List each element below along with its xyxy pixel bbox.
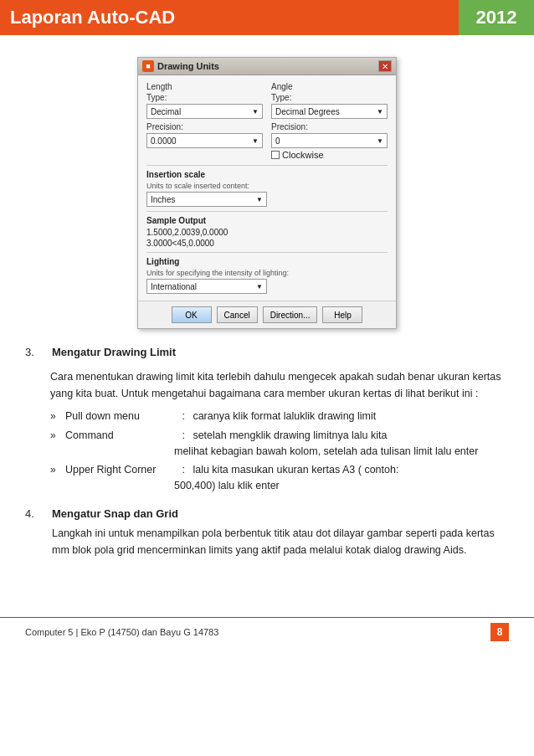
section-4: 4. Mengatur Snap dan Grid Langkah ini un… (25, 507, 509, 565)
bullet-1-label: Pull down menu (65, 409, 174, 424)
bullet-1-desc: caranya klik format laluklik drawing lim… (193, 409, 509, 424)
header-year: 2012 (459, 0, 534, 35)
page-footer: Computer 5 | Eko P (14750) dan Bayu G 14… (0, 617, 534, 646)
bullet-3: » Upper Right Corner : lalu kita masukan… (50, 462, 509, 494)
lighting-section: Lighting Units for specifying the intens… (146, 257, 388, 294)
bullet-3-continuation: 500,400) lalu klik enter (174, 478, 509, 494)
dialog-screenshot: ■ Drawing Units ✕ Length Type: Decimal ▼ (25, 57, 509, 329)
length-precision-label: Precision: (146, 122, 263, 131)
footer-page-number: 8 (490, 623, 509, 641)
bullet-2-label: Command (65, 428, 174, 444)
bullet-3-label: Upper Right Corner (65, 462, 174, 478)
angle-type-arrow: ▼ (377, 108, 383, 116)
sample-label: Sample Output (146, 216, 388, 225)
divider-1 (146, 165, 388, 166)
sample-line2: 3.0000<45,0.0000 (146, 239, 388, 248)
main-content: ■ Drawing Units ✕ Length Type: Decimal ▼ (0, 35, 534, 592)
dialog-app-icon: ■ (142, 60, 154, 72)
section-3-bullets: » Pull down menu : caranya klik format l… (50, 409, 509, 494)
lighting-select[interactable]: International ▼ (146, 279, 267, 294)
angle-precision-label: Precision: (271, 122, 388, 131)
dialog-length-angle-row: Length Type: Decimal ▼ Precision: 0.0000… (146, 82, 388, 160)
bullet-3-desc: lalu kita masukan ukuran kertas A3 ( con… (193, 462, 509, 478)
angle-precision-select[interactable]: 0 ▼ (271, 133, 388, 148)
dialog-angle-col: Angle Type: Decimal Degrees ▼ Precision:… (271, 82, 388, 160)
angle-precision-arrow: ▼ (377, 137, 383, 145)
divider-2 (146, 211, 388, 212)
dialog-close-button[interactable]: ✕ (378, 60, 392, 72)
bullet-2-continuation: melihat kebagian bawah kolom, setelah ad… (174, 444, 509, 460)
dialog-title: Drawing Units (157, 61, 219, 71)
insertion-sublabel: Units to scale inserted content: (146, 182, 388, 190)
sample-line1: 1.5000,2.0039,0.0000 (146, 228, 388, 237)
dialog-length-col: Length Type: Decimal ▼ Precision: 0.0000… (146, 82, 263, 160)
header-title: Laporan Auto-CAD (0, 0, 459, 35)
section-3-header: 3. Mengatur Drawing Limit (25, 346, 509, 363)
section-4-number: 4. (25, 507, 45, 565)
dialog-cancel-button[interactable]: Cancel (217, 306, 258, 323)
insertion-section: Insertion scale Units to scale inserted … (146, 170, 388, 207)
insertion-label: Insertion scale (146, 170, 388, 179)
length-section-label: Length (146, 82, 263, 91)
section-3: 3. Mengatur Drawing Limit Cara menentuka… (25, 346, 509, 494)
length-type-label: Type: (146, 93, 263, 102)
clockwise-checkbox[interactable] (271, 151, 280, 159)
section-4-paragraph: Langkah ini untuk menampilkan pola berbe… (52, 525, 509, 558)
bullet-2-desc: setelah mengklik drawing limitnya lalu k… (193, 428, 509, 444)
angle-type-label: Type: (271, 93, 388, 102)
dialog-direction-button[interactable]: Direction... (263, 306, 318, 323)
footer-text: Computer 5 | Eko P (14750) dan Bayu G 14… (25, 627, 218, 637)
lighting-sublabel: Units for specifying the intensity of li… (146, 269, 388, 277)
clockwise-label: Clockwise (282, 150, 324, 160)
dialog-titlebar: ■ Drawing Units ✕ (138, 58, 396, 75)
section-3-number: 3. (25, 346, 45, 363)
length-type-select[interactable]: Decimal ▼ (146, 104, 263, 119)
section-4-header: 4. Mengatur Snap dan Grid Langkah ini un… (25, 507, 509, 565)
insertion-arrow: ▼ (256, 196, 263, 203)
section-3-title: Mengatur Drawing Limit (52, 346, 509, 358)
bullet-1: » Pull down menu : caranya klik format l… (50, 409, 509, 424)
clockwise-row: Clockwise (271, 150, 388, 160)
length-precision-arrow: ▼ (252, 137, 259, 145)
dialog-body: Length Type: Decimal ▼ Precision: 0.0000… (138, 75, 396, 301)
angle-section-label: Angle (271, 82, 388, 91)
dialog-buttons: OK Cancel Direction... Help (138, 301, 396, 328)
bullet-1-arrow: » (50, 409, 60, 424)
lighting-label: Lighting (146, 257, 388, 266)
sample-section: Sample Output 1.5000,2.0039,0.0000 3.000… (146, 216, 388, 248)
insertion-select[interactable]: Inches ▼ (146, 192, 267, 207)
length-type-arrow: ▼ (252, 108, 259, 116)
section-3-paragraph: Cara menentukan drawing limit kita terle… (50, 368, 509, 402)
bullet-2: » Command : setelah mengklik drawing lim… (50, 428, 509, 460)
bullet-3-arrow: » (50, 462, 60, 478)
page-header: Laporan Auto-CAD 2012 (0, 0, 534, 35)
dialog-help-button[interactable]: Help (322, 306, 362, 323)
length-precision-select[interactable]: 0.0000 ▼ (146, 133, 263, 148)
section-4-title: Mengatur Snap dan Grid (52, 507, 509, 520)
angle-type-select[interactable]: Decimal Degrees ▼ (271, 104, 388, 119)
bullet-2-arrow: » (50, 428, 60, 444)
drawing-units-dialog: ■ Drawing Units ✕ Length Type: Decimal ▼ (137, 57, 397, 329)
dialog-ok-button[interactable]: OK (172, 306, 212, 323)
lighting-arrow: ▼ (256, 283, 263, 291)
divider-3 (146, 252, 388, 253)
